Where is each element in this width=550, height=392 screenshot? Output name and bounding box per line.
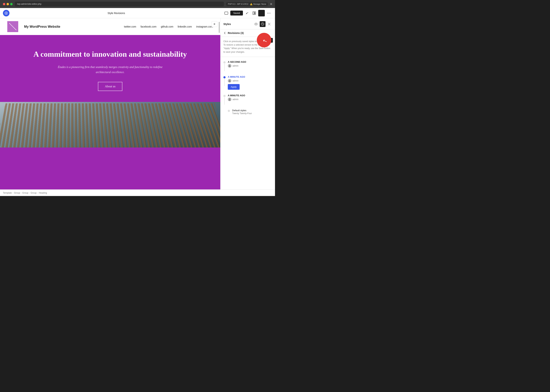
building-overlay xyxy=(0,103,220,147)
revision-item-3[interactable]: A MINUTE AGO admin xyxy=(220,92,275,107)
traffic-light-red[interactable] xyxy=(3,3,5,5)
sidebar-header-actions xyxy=(253,21,272,27)
traffic-light-green[interactable] xyxy=(10,3,13,5)
revision-time-3: A MINUTE AGO xyxy=(228,94,272,97)
sidebar-title: Styles xyxy=(223,23,231,26)
revision-dot-container-default xyxy=(228,109,230,112)
address-text: /wp-admin/site-editor.php xyxy=(17,3,41,5)
hero-section: A commitment to innovation and sustainab… xyxy=(0,35,220,102)
site-logo xyxy=(7,21,18,32)
top-toolbar: Style Revisions Saved xyxy=(0,8,275,18)
address-bar[interactable]: /wp-admin/site-editor.php xyxy=(15,2,224,6)
revisions-btn[interactable] xyxy=(260,21,266,27)
svg-point-14 xyxy=(229,65,230,66)
default-styles-item[interactable]: Default styles Twenty Twenty-Four xyxy=(220,107,275,117)
sidebar-panel: Styles Revisions ↖ xyxy=(220,18,275,189)
avatar-1 xyxy=(228,64,231,68)
apply-button[interactable]: Apply xyxy=(228,84,240,90)
cursor-indicator: ↖ xyxy=(257,33,271,47)
svg-point-8 xyxy=(270,13,270,13)
nav-item-instagram[interactable]: instagram.com xyxy=(196,25,213,28)
breadcrumb: Template › Group › Group › Group › Headi… xyxy=(0,189,275,196)
revision-item-1[interactable]: A SECOND AGO admin xyxy=(220,58,275,73)
revision-author-1: admin xyxy=(228,64,272,68)
app-container: Style Revisions Saved xyxy=(0,8,275,196)
revision-connector-2 xyxy=(224,79,225,86)
hero-cta-button[interactable]: About us xyxy=(98,82,122,91)
toolbar-title: Style Revisions xyxy=(11,12,222,14)
hero-subtitle: Études is a pioneering firm that seamles… xyxy=(56,64,165,74)
breadcrumb-item-group3[interactable]: Group xyxy=(30,192,36,194)
traffic-light-yellow[interactable] xyxy=(7,3,9,5)
php-badge: PHP 8.3 - WP 6.5-RC2 - ⚠️ Storage: None xyxy=(226,2,268,6)
website-preview: My WordPress Website twitter.com faceboo… xyxy=(0,18,220,189)
breadcrumb-sep-2: › xyxy=(21,192,21,194)
revision-author-2: admin xyxy=(228,79,272,83)
canvas-scrollbar[interactable] xyxy=(219,18,220,189)
site-name: My WordPress Website xyxy=(24,25,60,29)
author-name-1: admin xyxy=(233,64,239,67)
revision-item-2[interactable]: A MINUTE AGO admin Apply xyxy=(220,73,275,92)
site-header: My WordPress Website twitter.com faceboo… xyxy=(0,18,220,35)
sidebar-header: Styles xyxy=(220,18,275,29)
default-styles-label: Default styles xyxy=(232,109,272,112)
nav-item-linkedin[interactable]: linkedin.com xyxy=(178,25,192,28)
revision-time-1: A SECOND AGO xyxy=(228,61,272,63)
svg-rect-2 xyxy=(253,12,254,14)
canvas-close-button[interactable]: ✕ xyxy=(212,21,217,27)
breadcrumb-sep-1: › xyxy=(13,192,13,194)
svg-point-12 xyxy=(256,24,257,25)
revision-time-2: A MINUTE AGO xyxy=(228,76,272,78)
revision-connector-1 xyxy=(224,64,225,71)
svg-point-7 xyxy=(269,13,269,13)
revision-dot-container-1 xyxy=(223,61,226,71)
hero-title: A commitment to innovation and sustainab… xyxy=(7,49,213,59)
more-options-btn[interactable] xyxy=(266,10,272,16)
nav-item-github[interactable]: github.com xyxy=(161,25,173,28)
svg-point-6 xyxy=(267,13,268,13)
layout-btn[interactable] xyxy=(251,10,257,16)
svg-rect-3 xyxy=(254,12,256,13)
site-nav: twitter.com facebook.com github.com link… xyxy=(124,25,213,28)
revision-connector-3 xyxy=(224,97,225,105)
revision-dot-3 xyxy=(223,95,226,97)
back-button[interactable] xyxy=(223,32,226,35)
nav-item-facebook[interactable]: facebook.com xyxy=(141,25,156,28)
revision-list: A SECOND AGO admin xyxy=(220,57,275,189)
saved-button[interactable]: Saved xyxy=(230,11,243,15)
revision-dot-container-3 xyxy=(223,94,226,105)
view-toggle-btn[interactable] xyxy=(223,10,230,16)
nav-item-twitter[interactable]: twitter.com xyxy=(124,25,136,28)
main-content: My WordPress Website twitter.com faceboo… xyxy=(0,18,275,189)
scrollbar-thumb xyxy=(219,22,219,33)
revision-author-3: admin xyxy=(228,98,272,101)
revision-info-3: A MINUTE AGO admin xyxy=(228,94,272,101)
author-name-3: admin xyxy=(233,98,239,101)
brush-btn[interactable] xyxy=(244,10,250,16)
close-sidebar-btn[interactable] xyxy=(266,21,272,27)
revision-dot-default xyxy=(228,110,230,112)
traffic-lights xyxy=(3,3,13,5)
svg-point-5 xyxy=(260,12,263,14)
breadcrumb-item-group2[interactable]: Group xyxy=(22,192,28,194)
breadcrumb-sep-3: › xyxy=(29,192,30,194)
styles-btn[interactable] xyxy=(258,10,265,16)
browser-chrome: /wp-admin/site-editor.php PHP 8.3 - WP 6… xyxy=(0,0,275,8)
svg-rect-4 xyxy=(254,13,256,14)
revision-dot-1 xyxy=(223,61,226,63)
avatar-2 xyxy=(228,79,231,83)
svg-rect-1 xyxy=(225,12,228,14)
author-name-2: admin xyxy=(233,79,239,82)
svg-point-15 xyxy=(229,80,230,81)
breadcrumb-item-template[interactable]: Template xyxy=(3,192,12,194)
eye-btn[interactable] xyxy=(253,21,259,27)
breadcrumb-item-heading[interactable]: Heading xyxy=(39,192,47,194)
canvas-area: My WordPress Website twitter.com faceboo… xyxy=(0,18,220,189)
toolbar-actions: Saved xyxy=(223,10,272,16)
svg-point-16 xyxy=(229,98,230,99)
default-styles-info: Default styles Twenty Twenty-Four xyxy=(232,109,272,115)
revision-info-2: A MINUTE AGO admin Apply xyxy=(228,76,272,90)
wp-logo[interactable] xyxy=(3,10,9,16)
browser-menu-btn[interactable]: ≡ xyxy=(270,2,272,6)
breadcrumb-item-group1[interactable]: Group xyxy=(14,192,20,194)
